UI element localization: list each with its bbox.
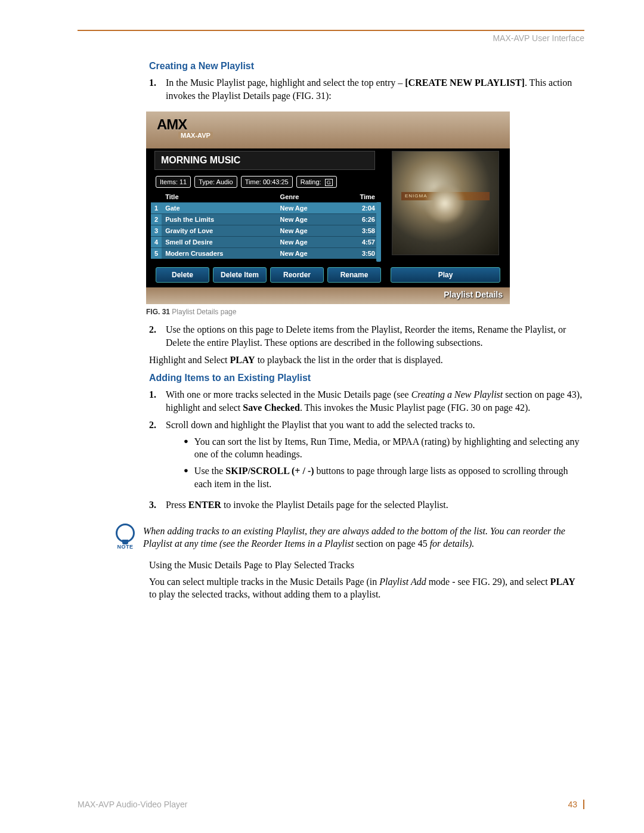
- page-number: 43: [568, 800, 577, 809]
- closing-paragraph: You can select multiple tracks in the Mu…: [149, 575, 584, 601]
- info-time: Time: 00:43:25: [241, 176, 293, 188]
- closing-heading: Using the Music Details Page to Play Sel…: [149, 559, 584, 572]
- step-text: Use the options on this page to Delete i…: [166, 323, 584, 349]
- step-num: 3.: [149, 498, 166, 512]
- reorder-button[interactable]: Reorder: [270, 267, 324, 283]
- info-type: Type: Audio: [194, 176, 237, 188]
- step-text: With one or more tracks selected in the …: [166, 388, 584, 414]
- step-num: 2.: [149, 419, 166, 494]
- step-num: 1.: [149, 388, 166, 414]
- step-text: Scroll down and highlight the Playlist t…: [166, 419, 584, 494]
- step-text: Press ENTER to invoke the Playlist Detai…: [166, 498, 584, 512]
- play-instruction: Highlight and Select PLAY to playback th…: [149, 354, 584, 367]
- scrollbar[interactable]: [376, 202, 381, 262]
- info-rating: Rating: G: [296, 176, 337, 188]
- table-row[interactable]: 3Gravity of LoveNew Age3:58: [151, 225, 381, 237]
- playlist-name: MORNING MUSIC: [154, 151, 375, 170]
- album-cover: ENIGMA: [392, 151, 499, 255]
- step-num: 2.: [149, 323, 166, 349]
- col-time[interactable]: Time: [338, 191, 381, 203]
- delete-item-button[interactable]: Delete Item: [213, 267, 267, 283]
- col-genre[interactable]: Genre: [277, 191, 338, 203]
- table-row[interactable]: 2Push the LimitsNew Age6:26: [151, 214, 381, 225]
- bullet: You can sort the list by Items, Run Time…: [184, 435, 584, 461]
- page-header: MAX-AVP User Interface: [78, 33, 584, 43]
- delete-button[interactable]: Delete: [156, 267, 209, 283]
- note-icon: NOTE: [107, 524, 143, 550]
- screen-page-label: Playlist Details: [444, 290, 503, 299]
- amx-sublabel: MAX-AVP: [178, 132, 213, 139]
- amx-logo: AMX: [157, 116, 187, 133]
- note-text: When adding tracks to an existing Playli…: [143, 524, 584, 550]
- col-title[interactable]: Title: [162, 191, 276, 203]
- table-row[interactable]: 4Smell of DesireNew Age4:57: [151, 237, 381, 248]
- rename-button[interactable]: Rename: [327, 267, 381, 283]
- section-creating-title: Creating a New Playlist: [149, 61, 584, 72]
- section-adding-title: Adding Items to an Existing Playlist: [149, 373, 584, 383]
- table-row[interactable]: 1GateNew Age2:04: [151, 203, 381, 214]
- figure-31: AMX MAX-AVP MORNING MUSIC Items: 11 Type…: [146, 112, 584, 316]
- figure-caption: FIG. 31 Playlist Details page: [146, 308, 584, 316]
- table-row[interactable]: 5Modern CrusadersNew Age3:50: [151, 248, 381, 259]
- track-table: Title Genre Time 1GateNew Age2:04 2Push …: [151, 191, 381, 259]
- lightbulb-icon: [116, 524, 135, 543]
- step-num: 1.: [149, 76, 166, 102]
- play-button[interactable]: Play: [391, 267, 500, 283]
- info-items: Items: 11: [156, 176, 191, 188]
- step-text: In the Music Playlist page, highlight an…: [166, 76, 584, 102]
- bullet: Use the SKIP/SCROLL (+ / -) buttons to p…: [184, 465, 584, 490]
- footer-title: MAX-AVP Audio-Video Player: [78, 800, 187, 809]
